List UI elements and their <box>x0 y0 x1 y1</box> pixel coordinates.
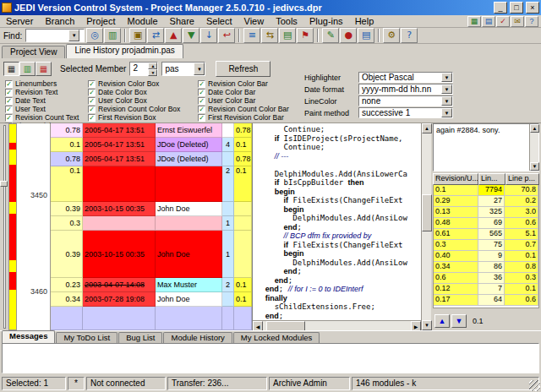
stats-row[interactable]: 0.6360.3 <box>434 273 538 284</box>
paint-method-select[interactable]: successive 1▼ <box>358 107 453 118</box>
dropdown-arrow-icon[interactable]: ▼ <box>194 63 205 75</box>
menu-tools[interactable]: Tools <box>270 15 303 27</box>
history-row[interactable]: 0.31 <box>51 216 252 231</box>
stats-row[interactable]: 0.4090.1 <box>434 251 538 262</box>
sync-project-button[interactable]: ⇄ <box>147 28 164 43</box>
menu-plug-ins[interactable]: Plug-ins <box>303 15 349 27</box>
hscroll-track[interactable] <box>263 321 411 330</box>
menu-project[interactable]: Project <box>80 15 121 27</box>
project-tree-icon[interactable]: ▦ <box>467 16 481 27</box>
bottom-tab-bug-list[interactable]: Bug List <box>118 332 162 343</box>
todo-button[interactable]: ✎ <box>322 28 339 43</box>
extension-select[interactable]: pas ▼ <box>161 62 205 76</box>
report-button[interactable]: ▤ <box>358 28 374 43</box>
slider-handle[interactable] <box>0 181 8 187</box>
stats-row[interactable]: 0.615655.1 <box>434 229 538 240</box>
history-row[interactable]: 0.342003-07-28 19:08John Doe0.1 <box>51 292 252 307</box>
checkbox-user-color-box[interactable]: ✓User Color Box <box>88 96 189 105</box>
find-next-button[interactable]: ◎ <box>86 28 103 43</box>
module-list-icon[interactable]: ▤ <box>482 16 495 27</box>
revision-overview-bar[interactable] <box>8 123 17 330</box>
scroll-up-icon[interactable]: ▲ <box>530 124 539 133</box>
date-format-select[interactable]: yyyy-mm-dd hh.nn▼ <box>358 84 453 95</box>
history-row[interactable]: 0.232003-04-07 14:08Max Muster20.1 <box>51 278 252 292</box>
dropdown-arrow-icon[interactable]: ▼ <box>441 108 452 117</box>
code-vertical-scrollbar[interactable]: ▲ ▼ <box>421 123 431 330</box>
checkbox-date-text[interactable]: ✓Date Text <box>5 96 79 105</box>
help-toolbar-button[interactable]: ? <box>401 28 418 43</box>
undo-checkout-button[interactable]: ↩ <box>218 28 235 43</box>
history-row[interactable]: 0.782005-04-17 13:51Ernst Eiswuerfel0.78 <box>51 123 252 138</box>
checkbox-revision-color-box[interactable]: ✓Revision Color Box <box>88 79 189 88</box>
checkin-button[interactable]: ▲ <box>165 28 182 43</box>
toggle-grid-view-button[interactable]: ▦ <box>3 62 19 76</box>
code-view[interactable]: Continue; if IsIDEProject(sProjectName, … <box>252 123 421 330</box>
spin-up-icon[interactable]: ▲ <box>148 63 157 69</box>
menu-help[interactable]: Help <box>349 15 380 27</box>
help-menu-icon[interactable]: ? <box>525 16 538 27</box>
spin-down-icon[interactable]: ▼ <box>148 69 157 76</box>
line-history-button[interactable]: ▤ <box>279 28 296 43</box>
minimize-button[interactable]: _ <box>494 2 507 14</box>
options-button[interactable]: ⚙ <box>383 28 400 43</box>
menu-share[interactable]: Share <box>164 15 200 27</box>
menu-server[interactable]: Server <box>0 15 39 27</box>
menu-module[interactable]: Module <box>122 15 164 27</box>
checkbox-date-color-box[interactable]: ✓Date Color Box <box>88 88 189 96</box>
scroll-down-icon[interactable]: ▼ <box>530 162 539 171</box>
checkbox-date-color-bar[interactable]: ✓Date Color Bar <box>198 88 308 96</box>
stats-row[interactable]: 0.34860.8 <box>434 262 538 273</box>
checkbox-linenumbers[interactable]: ✓Linenumbers <box>5 79 79 88</box>
stats-row[interactable]: 0.1270.1 <box>434 284 538 295</box>
menu-branch[interactable]: Branch <box>39 15 80 27</box>
bottom-tab-my-todo-list[interactable]: My ToDo List <box>56 332 117 343</box>
stats-row[interactable]: 0.1779470.8 <box>434 185 538 196</box>
find-input[interactable] <box>26 31 68 41</box>
maximize-button[interactable]: □ <box>510 2 523 14</box>
todo-list-icon[interactable]: ✓ <box>496 16 510 27</box>
position-slider[interactable] <box>0 123 8 330</box>
bottom-tab-module-history[interactable]: Module History <box>163 332 232 343</box>
menu-view[interactable]: View <box>238 15 270 27</box>
stats-header-cell[interactable]: Line p... <box>505 173 539 185</box>
checkbox-first-revision-color-bar[interactable]: ✓First Revision Color Bar <box>198 113 308 122</box>
hscroll-thumb[interactable] <box>266 321 305 330</box>
stats-row[interactable]: 0.133253.0 <box>434 207 538 218</box>
code-horizontal-scrollbar[interactable]: ◀ ▶ <box>253 320 421 330</box>
title-bar[interactable]: JEDI Version Control System - Project Ma… <box>0 0 541 15</box>
dropdown-arrow-icon[interactable]: ▼ <box>68 30 79 41</box>
scroll-right-icon[interactable]: ▶ <box>411 321 421 330</box>
next-revision-button[interactable]: ▼ <box>451 314 467 328</box>
dropdown-arrow-icon[interactable]: ▼ <box>441 73 452 82</box>
scroll-left-icon[interactable]: ◀ <box>253 321 263 330</box>
history-row[interactable]: 0.392003-10-15 00:35John Doe <box>51 202 252 216</box>
checkbox-revision-count-color-box[interactable]: ✓Revision Count Color Box <box>88 105 189 113</box>
module-history-button[interactable]: ≡ <box>243 28 260 43</box>
checkout-button[interactable]: ▼ <box>183 28 199 43</box>
vscroll-track[interactable] <box>422 133 431 320</box>
history-row[interactable]: 0.120.1 <box>51 166 252 202</box>
refresh-button[interactable]: Refresh <box>216 61 270 77</box>
history-row[interactable]: 0.782005-04-17 13:51JDoe (Deleted)0.78 <box>51 152 252 166</box>
checkbox-revision-count-text[interactable]: ✓Revision Count Text <box>5 113 79 122</box>
label-button[interactable]: ⚑ <box>297 28 314 43</box>
stats-row[interactable]: 0.3750.7 <box>434 240 538 251</box>
toggle-color-bars-button[interactable]: ▥ <box>19 62 36 76</box>
find-module-button[interactable]: ▥ <box>104 28 121 43</box>
stats-row[interactable]: 0.48690.6 <box>434 218 538 229</box>
checkbox-first-revision-box[interactable]: ✓First Revision Box <box>88 113 189 122</box>
history-row[interactable]: 0.392003-10-15 00:35John Doe1 <box>51 231 252 278</box>
checkbox-revision-text[interactable]: ✓Revision Text <box>5 88 79 96</box>
tab-line-history-projadmin-pas[interactable]: Line History projadmin.pas <box>66 44 183 58</box>
dropdown-arrow-icon[interactable]: ▼ <box>441 96 452 106</box>
dropdown-arrow-icon[interactable]: ▼ <box>441 84 452 94</box>
history-row[interactable]: 0.12005-04-17 13:51JDoe (Deleted)40.1 <box>51 138 252 152</box>
checkbox-revision-count-color-bar[interactable]: ✓Revision Count Color Bar <box>198 105 308 113</box>
history-row[interactable] <box>51 307 252 330</box>
comment-scrollbar[interactable]: ▲ ▼ <box>529 124 538 171</box>
bottom-tab-my-locked-modules[interactable]: My Locked Modules <box>233 332 320 343</box>
selected-member-spinner[interactable]: 2 ▲ ▼ <box>129 62 158 76</box>
compare-files-button[interactable]: ⇆ <box>261 28 278 43</box>
tab-project-view[interactable]: Project View <box>2 46 65 58</box>
close-button[interactable]: × <box>526 2 539 14</box>
